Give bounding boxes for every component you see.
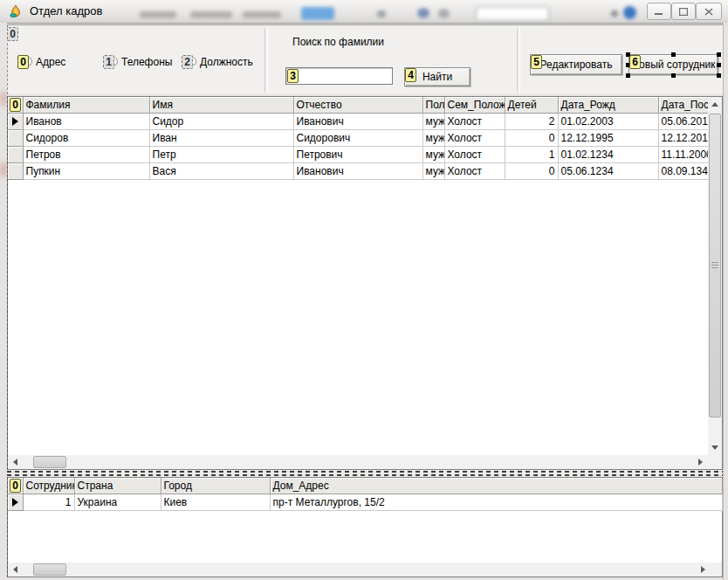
column-header[interactable]: Отчество (293, 97, 422, 114)
column-header[interactable]: Сем_Полож (444, 97, 505, 114)
background-menu-highlight (301, 7, 334, 20)
cell[interactable]: Петрович (293, 147, 422, 163)
table-row[interactable]: Пупкин Вася Иванович муж Холост 0 05.06.… (8, 163, 710, 180)
selection-handle[interactable] (717, 52, 721, 57)
maximize-button[interactable] (671, 3, 696, 20)
cell[interactable]: муж (422, 163, 444, 180)
scroll-right-button[interactable] (693, 455, 708, 469)
search-input-box[interactable]: 3 (285, 67, 393, 85)
table-row[interactable]: 1 Украина Киев пр-т Металлургов, 15/2 (8, 494, 722, 511)
column-header[interactable]: Дата_Пос (658, 97, 710, 114)
cell[interactable]: муж (422, 130, 444, 147)
horizontal-scrollbar[interactable] (8, 455, 708, 469)
arrow-right-icon (698, 459, 703, 466)
column-header[interactable]: Фамилия (23, 97, 149, 114)
table-row[interactable]: Петров Петр Петрович муж Холост 1 01.02.… (8, 147, 710, 163)
cell[interactable]: Сидоров (23, 130, 149, 147)
grid-splitter[interactable] (7, 470, 723, 477)
column-header[interactable]: Пол (422, 97, 444, 114)
cell[interactable]: 05.06.1234 (558, 163, 658, 180)
cell[interactable]: Холост (444, 163, 505, 180)
search-input-badge: 3 (287, 69, 299, 83)
selection-handle[interactable] (717, 63, 721, 67)
nav-item-phones[interactable]: 1 Телефоны (103, 54, 176, 70)
window-border-right (723, 23, 728, 580)
cell[interactable]: Вася (149, 163, 293, 180)
scroll-up-button[interactable] (708, 97, 722, 112)
column-header[interactable]: Детей (505, 97, 558, 114)
cell[interactable]: Сидорович (293, 130, 422, 147)
cell[interactable]: 05.06.2011 (658, 114, 710, 130)
background-toolbar-icon (377, 10, 386, 17)
selection-handle[interactable] (626, 73, 630, 78)
vertical-scrollbar[interactable] (708, 97, 722, 455)
cell[interactable]: 0 (505, 130, 558, 147)
cell[interactable]: Киев (161, 494, 270, 511)
cell[interactable]: Иванов (23, 114, 149, 130)
cell[interactable]: 12.12.2010 (658, 130, 710, 147)
cell[interactable]: 08.09.1346 (658, 163, 710, 180)
column-header[interactable]: Дата_Рожд (558, 97, 658, 114)
horizontal-scrollbar[interactable] (8, 563, 722, 577)
selection-handle[interactable] (671, 52, 676, 57)
minimize-button[interactable] (647, 3, 671, 20)
nav-label-position: Должность (200, 56, 253, 68)
scrollbar-corner (708, 455, 722, 469)
table-row[interactable]: Сидоров Иван Сидорович муж Холост 0 12.1… (8, 130, 710, 147)
scroll-down-button[interactable] (708, 440, 722, 455)
cell[interactable]: Петр (149, 147, 293, 163)
cell[interactable]: муж (422, 114, 444, 130)
cell[interactable]: Сидор (149, 114, 293, 130)
scroll-left-button[interactable] (8, 455, 23, 469)
header-row: Сотрудник Страна Город Дом_Адрес (8, 478, 722, 494)
cell[interactable]: Иван (149, 130, 293, 147)
nav-item-position[interactable]: 2 Должность (182, 54, 262, 70)
cell[interactable]: Иванович (293, 114, 422, 130)
cell[interactable]: 1 (505, 147, 558, 163)
employees-grid-badge: 0 (10, 98, 21, 112)
column-header[interactable]: Город (161, 478, 270, 494)
cell[interactable]: 01.02.2003 (558, 114, 658, 130)
cell[interactable]: Холост (444, 147, 505, 163)
column-header[interactable]: Страна (74, 478, 161, 494)
employees-grid: 0 Фамилия Имя Отчество Пол Сем_Полож Дет… (7, 96, 723, 470)
background-round-icon (623, 6, 636, 19)
close-button[interactable] (696, 3, 722, 20)
search-input[interactable] (299, 69, 390, 85)
cell[interactable]: 12.12.1995 (558, 130, 658, 147)
column-header[interactable]: Имя (149, 97, 293, 114)
table-row[interactable]: Иванов Сидор Иванович муж Холост 2 01.02… (8, 114, 710, 130)
selection-handle[interactable] (717, 73, 721, 78)
cell[interactable]: 0 (505, 163, 558, 180)
toolbar-panel: 0 0 Адрес 1 Телефоны 2 Должность Поиск п… (7, 24, 723, 94)
column-header[interactable]: Дом_Адрес (270, 478, 722, 494)
cell[interactable]: муж (422, 147, 444, 163)
nav-label-phones: Телефоны (121, 56, 172, 68)
cell[interactable]: 01.02.1234 (558, 147, 658, 163)
cell[interactable]: Петров (23, 147, 149, 163)
cell[interactable]: Холост (444, 114, 505, 130)
cell[interactable]: Пупкин (23, 163, 149, 180)
cell[interactable]: пр-т Металлургов, 15/2 (270, 494, 722, 511)
cell[interactable]: 11.11.2000 (658, 147, 710, 163)
scroll-left-button[interactable] (8, 563, 23, 577)
arrow-up-icon (711, 102, 718, 107)
cell[interactable]: Холост (444, 130, 505, 147)
cell[interactable]: 2 (505, 114, 558, 130)
maximize-icon (679, 8, 688, 16)
nav-item-address[interactable]: 0 Адрес (17, 54, 96, 70)
edit-button[interactable]: Редактировать (530, 54, 622, 75)
cell[interactable]: Украина (74, 494, 161, 511)
column-header[interactable]: Сотрудник (23, 478, 74, 494)
app-icon (9, 4, 23, 18)
selection-handle[interactable] (671, 73, 676, 78)
new-employee-button[interactable]: Новый сотрудник (628, 54, 718, 75)
horizontal-scroll-thumb[interactable] (33, 456, 66, 468)
cell[interactable]: 1 (23, 494, 74, 511)
background-menu-blur (190, 11, 232, 18)
scroll-right-button[interactable] (696, 563, 711, 577)
title-bar[interactable]: Отдел кадров (0, 0, 728, 24)
vertical-scroll-thumb[interactable] (709, 114, 721, 418)
horizontal-scroll-thumb[interactable] (33, 563, 66, 576)
cell[interactable]: Иванович (293, 163, 422, 180)
